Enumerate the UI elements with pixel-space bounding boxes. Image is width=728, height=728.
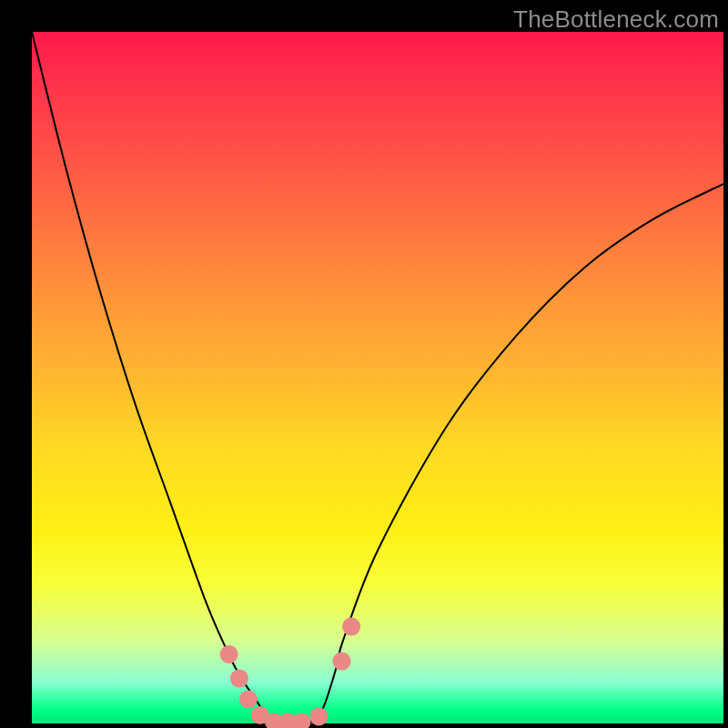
curve-marker: [309, 707, 328, 725]
chart-frame: TheBottleneck.com: [0, 0, 728, 728]
curve-layer: [32, 32, 723, 723]
plot-area: [32, 32, 723, 723]
curve-marker: [230, 670, 248, 688]
curve-marker: [292, 713, 310, 729]
curve-marker: [333, 652, 351, 671]
curve-marker: [239, 690, 258, 708]
watermark-text: TheBottleneck.com: [513, 5, 719, 34]
curve-marker: [220, 645, 238, 663]
marker-group: [220, 618, 361, 728]
bottleneck-curve: [32, 32, 723, 724]
curve-marker: [342, 618, 360, 636]
